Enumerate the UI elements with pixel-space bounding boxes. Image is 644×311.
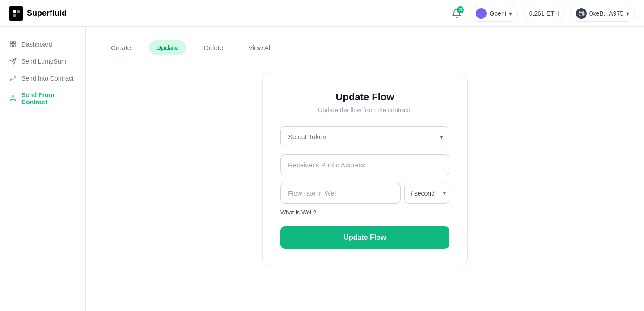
sidebar-item-send-from-contract[interactable]: Send From Contract: [0, 87, 85, 110]
period-select[interactable]: / second / minute / hour / day: [404, 183, 449, 204]
send-into-contract-icon: [9, 74, 17, 82]
wei-info-link[interactable]: What is Wei ?: [280, 209, 316, 216]
sidebar: Dashboard Send LumpSum Send Into Contr: [0, 27, 86, 311]
layout: Dashboard Send LumpSum Send Into Contr: [0, 27, 644, 311]
update-flow-card: Update Flow Update the flow from the con…: [262, 73, 468, 267]
svg-rect-0: [13, 10, 16, 13]
header-right: 3 Goerli ▾ 0.261 ETH 0xeB...A975 ▾: [449, 5, 635, 22]
balance: 0.261 ETH: [529, 10, 559, 17]
period-select-wrapper: / second / minute / hour / day ▾: [404, 183, 449, 204]
sidebar-item-dashboard[interactable]: Dashboard: [0, 36, 85, 53]
tab-delete[interactable]: Delete: [197, 40, 230, 55]
main-content: Create Update Delete View All Update Flo…: [86, 27, 644, 311]
flow-rate-input[interactable]: [280, 183, 401, 204]
notification-button[interactable]: 3: [449, 5, 465, 21]
network-selector[interactable]: Goerli ▾: [470, 5, 517, 22]
flow-rate-row: / second / minute / hour / day ▾: [280, 183, 449, 204]
svg-rect-6: [10, 45, 13, 47]
wallet-address: 0xeB...A975: [589, 10, 623, 17]
notification-badge: 3: [457, 6, 464, 13]
svg-rect-1: [17, 10, 20, 13]
svg-point-11: [12, 96, 14, 98]
token-select-wrapper: Select Token ▾: [280, 126, 449, 147]
sidebar-item-send-into-contract[interactable]: Send Into Contract: [0, 70, 85, 87]
svg-rect-3: [10, 42, 13, 44]
wallet-icon: [576, 8, 587, 19]
sidebar-label-send-into-contract: Send Into Contract: [21, 75, 74, 82]
svg-rect-2: [13, 14, 16, 17]
sidebar-label-send-lumpsum: Send LumpSum: [21, 58, 66, 65]
logo: Superfluid: [9, 6, 67, 21]
wallet-chevron-icon: ▾: [626, 10, 629, 17]
update-flow-button[interactable]: Update Flow: [280, 226, 449, 249]
wallet-button[interactable]: 0.261 ETH: [523, 7, 565, 20]
sidebar-label-send-from-contract: Send From Contract: [21, 91, 76, 106]
network-avatar: [476, 8, 487, 19]
token-select[interactable]: Select Token: [280, 126, 449, 147]
wallet-address-button[interactable]: 0xeB...A975 ▾: [570, 5, 635, 22]
header: Superfluid 3 Goerli ▾ 0.261 ETH: [0, 0, 644, 27]
sidebar-label-dashboard: Dashboard: [21, 41, 52, 48]
sidebar-item-send-lumpsum[interactable]: Send LumpSum: [0, 53, 85, 70]
tab-nav: Create Update Delete View All: [104, 40, 626, 55]
network-name: Goerli: [489, 10, 506, 17]
dashboard-icon: [9, 40, 17, 48]
tab-create[interactable]: Create: [104, 40, 138, 55]
card-title: Update Flow: [280, 91, 449, 103]
network-chevron-icon: ▾: [509, 10, 512, 17]
svg-rect-5: [13, 45, 16, 47]
svg-rect-4: [13, 42, 16, 44]
tab-view-all[interactable]: View All: [241, 40, 279, 55]
send-lumpsum-icon: [9, 57, 17, 65]
card-subtitle: Update the flow from the contract.: [280, 107, 449, 114]
send-from-contract-icon: [9, 94, 17, 102]
tab-update[interactable]: Update: [149, 40, 186, 55]
receiver-address-input[interactable]: [280, 154, 449, 175]
logo-icon: [9, 6, 23, 21]
logo-text: Superfluid: [27, 9, 67, 18]
